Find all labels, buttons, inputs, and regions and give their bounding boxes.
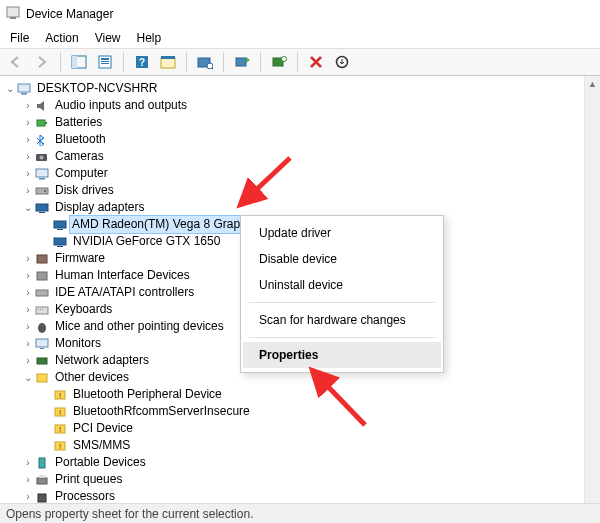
tree-label: Processors: [54, 488, 116, 503]
computer-icon: [16, 81, 32, 97]
expand-icon[interactable]: ›: [22, 267, 34, 284]
tree-label: PCI Device: [72, 420, 134, 437]
expand-icon[interactable]: ›: [22, 131, 34, 148]
vertical-scrollbar[interactable]: ▲: [584, 76, 600, 503]
expand-icon[interactable]: ›: [22, 114, 34, 131]
status-text: Opens property sheet for the current sel…: [6, 507, 253, 521]
expand-icon[interactable]: ›: [22, 318, 34, 335]
properties-button[interactable]: [93, 51, 117, 73]
svg-rect-21: [45, 122, 47, 124]
expand-icon[interactable]: ›: [22, 165, 34, 182]
expand-icon[interactable]: ›: [22, 488, 34, 503]
scroll-up-button[interactable]: ▲: [585, 76, 600, 92]
tree-item[interactable]: › Print queues: [4, 471, 600, 488]
expand-icon[interactable]: ›: [22, 471, 34, 488]
tree-label: AMD Radeon(TM) Vega 8 Graphics: [69, 215, 264, 234]
unknown-device-icon: !: [52, 438, 68, 454]
menu-action[interactable]: Action: [39, 29, 84, 47]
tree-item[interactable]: › ! SMS/MMS: [4, 437, 600, 454]
enable-button[interactable]: [330, 51, 354, 73]
network-icon: [34, 353, 50, 369]
back-button[interactable]: [4, 51, 28, 73]
tree-item[interactable]: › Cameras: [4, 148, 600, 165]
tree-item[interactable]: › ! BluetoothRfcommServerInsecure: [4, 403, 600, 420]
action-center-button[interactable]: [156, 51, 180, 73]
expand-icon[interactable]: ›: [22, 148, 34, 165]
ctx-properties[interactable]: Properties: [243, 342, 441, 368]
expand-icon[interactable]: ›: [22, 454, 34, 471]
svg-rect-39: [40, 309, 41, 310]
title-bar: Device Manager: [0, 0, 600, 28]
tree-item[interactable]: › Audio inputs and outputs: [4, 97, 600, 114]
tree-label: Firmware: [54, 250, 106, 267]
svg-rect-43: [40, 348, 44, 349]
tree-label: IDE ATA/ATAPI controllers: [54, 284, 195, 301]
tree-item[interactable]: › Batteries: [4, 114, 600, 131]
other-devices-icon: [34, 370, 50, 386]
ctx-disable-device[interactable]: Disable device: [243, 246, 441, 272]
tree-label: Keyboards: [54, 301, 113, 318]
bluetooth-icon: [34, 132, 50, 148]
expand-icon[interactable]: ›: [22, 335, 34, 352]
tree-item[interactable]: › Portable Devices: [4, 454, 600, 471]
tree-root[interactable]: ⌄ DESKTOP-NCVSHRR: [4, 80, 600, 97]
help-button[interactable]: ?: [130, 51, 154, 73]
forward-button[interactable]: [30, 51, 54, 73]
uninstall-button[interactable]: [267, 51, 291, 73]
scan-hardware-button[interactable]: [193, 51, 217, 73]
tree-item-display-adapters[interactable]: ⌄ Display adapters: [4, 199, 600, 216]
svg-rect-11: [161, 56, 175, 59]
tree-item[interactable]: › Disk drives: [4, 182, 600, 199]
ctx-uninstall-device[interactable]: Uninstall device: [243, 272, 441, 298]
disable-button[interactable]: [304, 51, 328, 73]
expand-icon[interactable]: ›: [22, 97, 34, 114]
tree-label: SMS/MMS: [72, 437, 131, 454]
unknown-device-icon: !: [52, 404, 68, 420]
ide-icon: [34, 285, 50, 301]
menu-bar: File Action View Help: [0, 28, 600, 48]
collapse-icon[interactable]: ⌄: [22, 369, 34, 386]
hid-icon: [34, 268, 50, 284]
expand-icon[interactable]: ›: [22, 182, 34, 199]
tree-label: Disk drives: [54, 182, 115, 199]
display-adapter-icon: [34, 200, 50, 216]
expand-icon[interactable]: ›: [22, 250, 34, 267]
ctx-scan-hardware[interactable]: Scan for hardware changes: [243, 307, 441, 333]
tree-item[interactable]: › Computer: [4, 165, 600, 182]
tree-label: Network adapters: [54, 352, 150, 369]
expand-icon[interactable]: ›: [22, 301, 34, 318]
camera-icon: [34, 149, 50, 165]
tree-item[interactable]: › Bluetooth: [4, 131, 600, 148]
svg-rect-56: [39, 475, 45, 478]
expand-icon[interactable]: ›: [22, 352, 34, 369]
expand-icon[interactable]: ›: [22, 284, 34, 301]
tree-label: Computer: [54, 165, 109, 182]
svg-text:!: !: [59, 442, 61, 451]
firmware-icon: [34, 251, 50, 267]
svg-rect-32: [54, 238, 66, 245]
processor-icon: [34, 489, 50, 504]
device-manager-icon: [6, 6, 20, 23]
svg-rect-20: [37, 120, 45, 126]
printer-icon: [34, 472, 50, 488]
show-hide-console-button[interactable]: [67, 51, 91, 73]
tree-item[interactable]: › ! PCI Device: [4, 420, 600, 437]
update-driver-button[interactable]: [230, 51, 254, 73]
menu-view[interactable]: View: [89, 29, 127, 47]
tree-item[interactable]: › Processors: [4, 488, 600, 503]
svg-rect-38: [38, 309, 39, 310]
svg-rect-33: [57, 246, 63, 247]
collapse-icon[interactable]: ⌄: [4, 80, 16, 97]
svg-rect-14: [236, 58, 246, 66]
audio-icon: [34, 98, 50, 114]
menu-file[interactable]: File: [4, 29, 35, 47]
battery-icon: [34, 115, 50, 131]
svg-rect-18: [18, 84, 30, 92]
ctx-update-driver[interactable]: Update driver: [243, 220, 441, 246]
menu-help[interactable]: Help: [131, 29, 168, 47]
display-adapter-icon: [52, 217, 68, 233]
svg-rect-30: [54, 221, 66, 228]
collapse-icon[interactable]: ⌄: [22, 199, 34, 216]
tree-item[interactable]: › ! Bluetooth Peripheral Device: [4, 386, 600, 403]
svg-rect-6: [101, 61, 109, 62]
